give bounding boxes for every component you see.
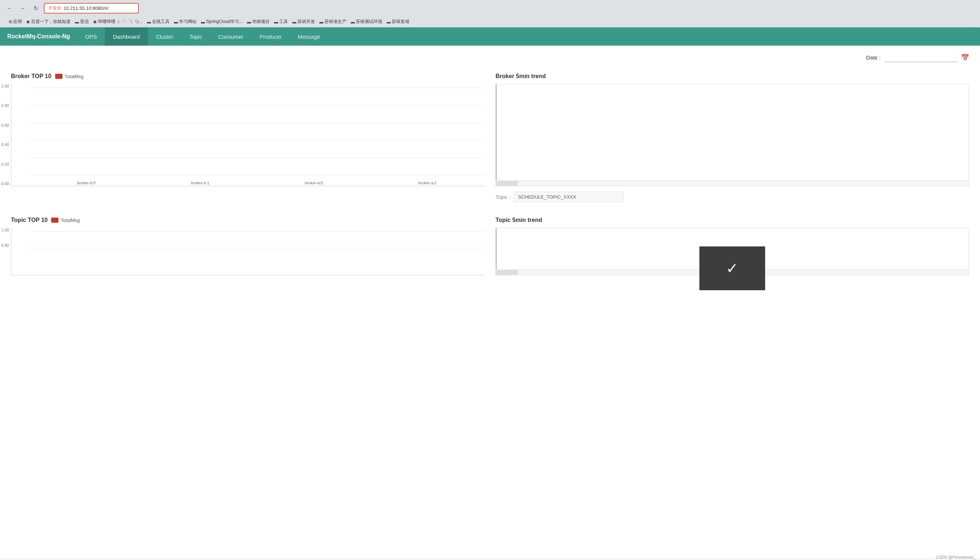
bookmark-item[interactable]: ▬亚信 [74,18,90,25]
bottom-section: Topic TOP 10 TotalMsg 1.00 0.80 [11,217,969,275]
main-content: Date : 📅 Broker TOP 10 TotalMsg 1.00 0.8… [0,46,980,558]
footer-text: CSDN @Persistence_ [936,555,976,558]
bookmark-icon: ▬ [319,20,323,24]
bookmark-item[interactable]: ▬在线工具 [145,18,171,25]
bookmark-icon: ▬ [75,20,79,24]
scroll-thumb [496,181,518,186]
topic-trend-title: Topic 5min trend [495,217,542,223]
broker-chart-container: 1.00 0.80 0.60 0.40 0.20 0.00 broker-b:0 [11,84,485,186]
checkmark-icon: ✓ [726,260,739,277]
date-row: Date : 📅 [11,53,969,62]
broker-trend-chart [495,84,969,186]
broker-x-axis: broker-b:0 broker-b:1 broker-a:0 broker-… [30,181,485,185]
date-label: Date : [866,54,881,61]
nav-item-cluster[interactable]: Cluster [148,27,182,46]
bookmark-icon: ▬ [247,20,251,24]
bookmark-icon: ◉ [93,19,97,24]
nav-item-topic[interactable]: Topic [181,27,210,46]
bookmark-item[interactable]: ▬SpringCloud学习... [199,18,244,25]
broker-chart-inner: broker-b:0 broker-b:1 broker-a:0 broker-… [30,88,485,175]
bookmark-icon: ▬ [351,20,355,24]
topic-top10-title: Topic TOP 10 [11,217,47,223]
app-logo: RocketMq-Console-Ng [0,27,77,46]
bookmark-icon: ▬ [147,20,151,24]
bookmark-label: 在线工具 [152,18,169,25]
bookmark-label: 工具 [279,18,288,25]
bookmark-label: 苏研测试环境 [356,18,382,25]
broker-trend-section: Broker 5min trend Topic : [495,73,969,202]
topic-trend-left-axis [496,228,497,269]
bookmark-icon: ▬ [174,20,178,24]
grid-line-1 [30,88,485,88]
footer: CSDN @Persistence_ [935,554,977,558]
insecure-label: 不安全 [48,5,61,11]
bookmark-item[interactable]: ⊞应用 [7,18,23,25]
bookmark-item[interactable]: ▬苏研测试环境 [350,18,384,25]
topic-scroll-thumb [496,270,518,275]
charts-grid: Broker TOP 10 TotalMsg 1.00 0.80 0.60 0.… [11,73,969,202]
bookmark-icon: ▬ [201,20,205,24]
app-nav: RocketMq-Console-Ng OPSDashboardClusterT… [0,27,980,46]
date-input[interactable] [884,53,957,62]
bookmark-label: 哔哩哔哩（゜-゜）つ... [98,18,142,25]
nav-item-dashboard[interactable]: Dashboard [105,27,148,46]
broker-top10-section: Broker TOP 10 TotalMsg 1.00 0.80 0.60 0.… [11,73,485,202]
bookmark-icon: ◉ [26,19,30,24]
legend-color-broker [55,74,62,79]
bookmark-label: 苏研准生产 [324,18,346,25]
bookmark-label: 百度一下，你就知道 [31,18,70,25]
grid-line-3 [30,123,485,123]
bookmark-item[interactable]: ◉百度一下，你就知道 [25,18,72,25]
bookmark-item[interactable]: ▬华南项目 [246,18,271,25]
dark-overlay-card: ✓ [699,247,765,290]
bookmark-item[interactable]: ▬苏研准生产 [318,18,348,25]
back-button[interactable]: ← [4,3,15,13]
bookmark-item[interactable]: ▬工具 [273,18,289,25]
bookmark-label: 苏研开发 [298,18,315,25]
bookmark-item[interactable]: ▬苏研发域 [385,18,411,25]
legend-label-broker: TotalMsg [65,74,84,79]
topic-top10-header: Topic TOP 10 TotalMsg [11,217,485,223]
topic-row: Topic : [495,192,969,202]
topic-input[interactable] [514,192,623,202]
reload-button[interactable]: ↻ [31,3,41,13]
bookmark-label: 学习网站 [179,18,197,25]
browser-toolbar: ← → ↻ 不安全 10.211.55.10:8080/#/ [4,3,976,17]
nav-item-consumer[interactable]: Consumer [210,27,251,46]
bookmark-label: SpringCloud学习... [206,18,242,25]
grid-line-5 [30,157,485,158]
forward-button[interactable]: → [18,3,28,13]
browser-chrome: ← → ↻ 不安全 10.211.55.10:8080/#/ ⊞应用◉百度一下，… [0,0,980,27]
broker-top10-header: Broker TOP 10 TotalMsg [11,73,485,80]
bookmark-icon: ▬ [274,20,278,24]
bookmark-label: 亚信 [80,18,89,25]
broker-top10-title: Broker TOP 10 [11,73,52,80]
bookmark-item[interactable]: ▬学习网站 [172,18,198,25]
topic-trend-chart: ✓ [495,228,969,275]
bookmark-icon: ⊞ [9,19,12,24]
trend-left-axis [496,84,497,180]
trend-scroll [496,180,969,186]
bookmark-label: 华南项目 [252,18,270,25]
nav-item-producer[interactable]: Producer [251,27,290,46]
bookmark-item[interactable]: ◉哔哩哔哩（゜-゜）つ... [92,18,144,25]
topic-y-axis: 1.00 0.80 [0,228,9,275]
bookmark-label: 苏研发域 [392,18,409,25]
topic-legend: TotalMsg [51,218,80,223]
bookmark-label: 应用 [13,18,22,25]
nav-items: OPSDashboardClusterTopicConsumerProducer… [77,27,328,46]
calendar-icon[interactable]: 📅 [961,54,969,62]
nav-item-message[interactable]: Message [290,27,328,46]
topic-chart-inner [30,232,485,264]
legend-color-topic [51,218,59,223]
bookmarks-bar: ⊞应用◉百度一下，你就知道▬亚信◉哔哩哔哩（゜-゜）つ...▬在线工具▬学习网站… [4,17,976,27]
nav-item-ops[interactable]: OPS [77,27,105,46]
broker-trend-header: Broker 5min trend [495,73,969,80]
address-bar[interactable]: 不安全 10.211.55.10:8080/#/ [44,3,139,13]
bookmark-item[interactable]: ▬苏研开发 [291,18,316,25]
topic-trend-section: Topic 5min trend ✓ [495,217,969,275]
bookmark-icon: ▬ [292,20,296,24]
broker-y-axis: 1.00 0.80 0.60 0.40 0.20 0.00 [0,84,9,186]
topic-chart-container: 1.00 0.80 [11,228,485,275]
broker-trend-title: Broker 5min trend [495,73,546,80]
